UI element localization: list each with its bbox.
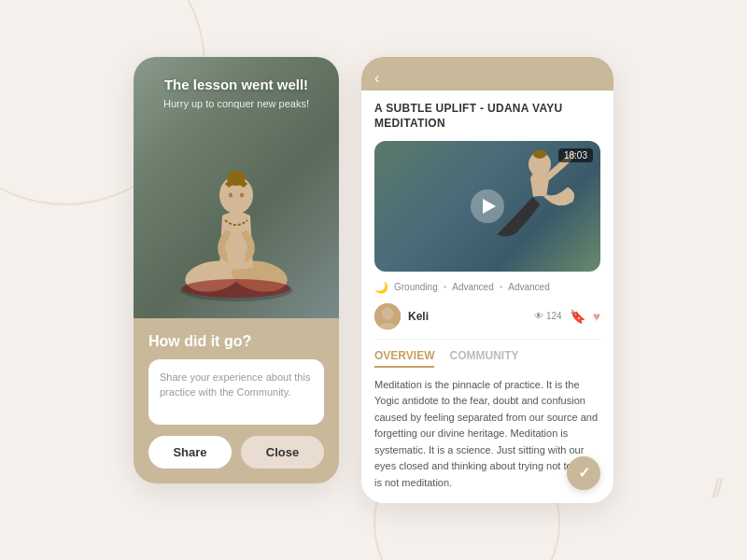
tabs-row: OVERVIEW COMMUNITY bbox=[374, 349, 600, 368]
experience-textarea[interactable]: Share your experience about this practic… bbox=[148, 359, 324, 425]
instructor-row: Keli 👁 124 🔖 ♥ bbox=[374, 303, 600, 340]
instructor-name: Keli bbox=[408, 310, 527, 323]
svg-point-13 bbox=[382, 307, 393, 320]
card-content: A SUBTLE UPLIFT - UDANA VAYU MEDITATION … bbox=[361, 91, 613, 502]
heart-icon[interactable]: ♥ bbox=[593, 309, 600, 324]
back-button[interactable]: ‹ bbox=[374, 70, 379, 87]
eye-icon: 👁 bbox=[534, 311, 543, 321]
decorative-slashes: // bbox=[712, 474, 719, 504]
moon-icon: 🌙 bbox=[374, 281, 388, 294]
card-bottom-section: How did it go? Share your experience abo… bbox=[134, 318, 339, 483]
hero-image: The lesson went well! Hurry up to conque… bbox=[134, 57, 339, 318]
video-thumbnail[interactable]: 18:03 bbox=[374, 141, 600, 272]
hero-text-overlay: The lesson went well! Hurry up to conque… bbox=[148, 76, 324, 109]
lesson-detail-card: ‹ A SUBTLE UPLIFT - UDANA VAYU MEDITATIO… bbox=[361, 57, 613, 502]
tag-dot-1: • bbox=[444, 282, 447, 292]
bookmark-icon[interactable]: 🔖 bbox=[570, 309, 585, 324]
svg-point-8 bbox=[240, 193, 244, 198]
avatar-image bbox=[374, 303, 401, 329]
meta-icons: 👁 124 🔖 ♥ bbox=[534, 309, 600, 324]
tag-dot-2: • bbox=[500, 282, 503, 292]
lesson-complete-card: The lesson went well! Hurry up to conque… bbox=[134, 57, 339, 483]
hero-subtitle: Hurry up to conquer new peaks! bbox=[163, 98, 309, 109]
lesson-title: A SUBTLE UPLIFT - UDANA VAYU MEDITATION bbox=[374, 102, 600, 131]
how-did-label: How did it go? bbox=[148, 333, 324, 350]
svg-point-9 bbox=[182, 279, 290, 298]
close-button[interactable]: Close bbox=[241, 436, 324, 469]
tag-advanced-2: Advanced bbox=[508, 282, 549, 292]
video-yoga-figure bbox=[479, 150, 591, 272]
tags-row: 🌙 Grounding • Advanced • Advanced bbox=[374, 281, 600, 294]
instructor-avatar bbox=[374, 303, 401, 329]
svg-point-7 bbox=[229, 193, 233, 198]
svg-point-3 bbox=[227, 250, 246, 265]
checkmark-icon: ✓ bbox=[578, 464, 590, 482]
tab-community[interactable]: COMMUNITY bbox=[449, 349, 518, 368]
hero-title: The lesson went well! bbox=[163, 76, 309, 94]
video-duration: 18:03 bbox=[558, 148, 593, 162]
share-button[interactable]: Share bbox=[148, 436, 232, 469]
tab-overview[interactable]: OVERVIEW bbox=[374, 349, 434, 368]
view-count-number: 124 bbox=[546, 311, 562, 321]
view-count: 👁 124 bbox=[534, 311, 562, 321]
tag-grounding: Grounding bbox=[394, 282, 438, 292]
cards-container: The lesson went well! Hurry up to conque… bbox=[134, 57, 613, 502]
yoga-figure bbox=[162, 132, 311, 318]
card-header: ‹ bbox=[361, 57, 613, 91]
tag-advanced-1: Advanced bbox=[452, 282, 493, 292]
checkmark-fab-button[interactable]: ✓ bbox=[567, 456, 600, 490]
card-buttons: Share Close bbox=[148, 436, 324, 469]
